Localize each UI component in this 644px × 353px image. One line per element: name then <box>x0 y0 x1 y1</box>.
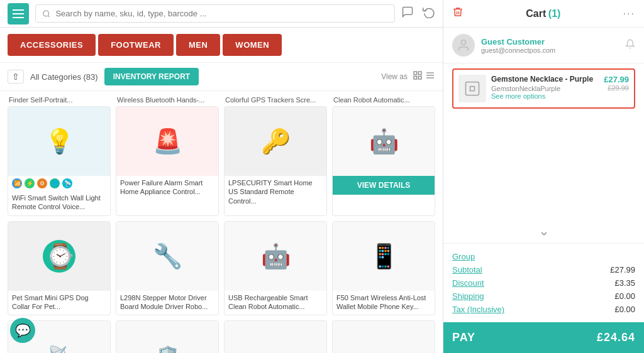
view-as-label: View as <box>381 72 408 81</box>
product-label-3: Colorful GPS Trackers Scre... <box>224 96 327 104</box>
product-name-5: Pet Smart Mini GPS Dog Collar For Pet... <box>8 291 110 315</box>
tab-accessories[interactable]: ACCESSORIES <box>8 34 96 56</box>
product-row-2: ⌚ Pet Smart Mini GPS Dog Collar For Pet.… <box>8 221 435 316</box>
tab-footwear[interactable]: FOOTWEAR <box>98 34 174 56</box>
product-name-3: LPSECURITY Smart Home US Standard Remote… <box>225 176 326 209</box>
subtotal-label[interactable]: Subtotal <box>452 265 482 274</box>
category-tabs: ACCESSORIES FOOTWEAR MEN WOMEN <box>0 28 443 63</box>
list-view-icon[interactable] <box>425 70 435 83</box>
cart-totals: Group Subtotal £27.99 Discount £3.35 Shi… <box>443 243 644 322</box>
search-icon <box>42 9 50 18</box>
cart-items: Gemstone Necklace - Purple GemstonNeckla… <box>443 63 644 226</box>
pay-amount: £24.64 <box>597 331 635 344</box>
cart-title-text: Cart <box>526 8 546 19</box>
product-card-12[interactable] <box>332 320 435 353</box>
svg-rect-2 <box>418 72 421 75</box>
product-card-3[interactable]: 🔑 LPSECURITY Smart Home US Standard Remo… <box>224 106 327 216</box>
scroll-down-arrow[interactable] <box>443 226 644 243</box>
product-label-4: Clean Robot Automatic... <box>332 96 435 104</box>
product-card-1[interactable]: 💡 📶 ⚡ ⚙ 🌐 📡 WiFi Smart Switch Wall Light… <box>8 106 111 216</box>
svg-rect-9 <box>466 82 479 95</box>
cart-item-0[interactable]: Gemstone Necklace - Purple GemstonNeckla… <box>452 68 635 109</box>
customer-name: Guest Customer <box>481 37 619 46</box>
product-card-5[interactable]: ⌚ Pet Smart Mini GPS Dog Collar For Pet.… <box>8 221 111 316</box>
total-row-group: Group <box>452 250 635 263</box>
pay-button[interactable]: PAY £24.64 <box>443 322 644 353</box>
message-icon[interactable] <box>401 6 414 21</box>
cart-trash-icon[interactable] <box>452 6 464 21</box>
left-panel: ACCESSORIES FOOTWEAR MEN WOMEN ⇧ All Cat… <box>0 0 443 353</box>
cart-count: (1) <box>548 8 561 19</box>
svg-rect-3 <box>414 76 417 79</box>
chat-bubble[interactable]: 💬 <box>10 318 35 343</box>
top-bar <box>0 0 443 28</box>
cart-more-icon[interactable]: ··· <box>623 8 635 19</box>
total-row-subtotal: Subtotal £27.99 <box>452 263 635 276</box>
dot-net: 🌐 <box>50 178 60 188</box>
cart-item-info-0: Gemstone Necklace - Purple GemstonNeckla… <box>491 75 599 100</box>
view-icons <box>413 70 435 83</box>
collapse-arrow[interactable]: ⇧ <box>8 70 24 84</box>
product-card-7[interactable]: 🤖 USB Rechargeable Smart Clean Robot Aut… <box>224 221 327 316</box>
tab-women[interactable]: WOMEN <box>223 34 282 56</box>
product-img-3: 🔑 <box>225 107 326 176</box>
svg-point-8 <box>461 40 465 45</box>
sync-icon[interactable] <box>423 6 435 21</box>
product-card-11[interactable] <box>224 320 327 353</box>
product-name-1: WiFi Smart Switch Wall Light Remote Cont… <box>8 191 110 215</box>
cart-header: Cart (1) ··· <box>443 0 644 28</box>
product-label-2: Wireless Bluetooth Hands-... <box>116 96 219 104</box>
view-details-button[interactable]: VIEW DETAILS <box>333 176 435 195</box>
discount-label[interactable]: Discount <box>452 278 484 288</box>
product-card-4[interactable]: 🤖 VIEW DETAILS <box>332 106 435 216</box>
product-card-8[interactable]: 📱 F50 Smart Wireless Anti-Lost Wallet Mo… <box>332 221 435 316</box>
cart-item-price-0: £27.99 <box>604 75 629 84</box>
product-card-2[interactable]: 🚨 Power Failure Alarm Smart Home Applian… <box>116 106 219 216</box>
product-img-8: 📱 <box>333 222 435 291</box>
customer-avatar <box>452 34 475 57</box>
dot-power: ⚡ <box>25 178 35 188</box>
product-card-6[interactable]: 🔧 L298N Stepper Motor Driver Board Modul… <box>116 221 219 316</box>
product-name-8: F50 Smart Wireless Anti-Lost Wallet Mobi… <box>333 291 435 315</box>
product-name-7: USB Rechargeable Smart Clean Robot Autom… <box>225 291 326 315</box>
total-row-shipping: Shipping £0.00 <box>452 290 635 303</box>
search-input[interactable] <box>55 9 388 18</box>
total-row-discount: Discount £3.35 <box>452 276 635 290</box>
shipping-value: £0.00 <box>614 291 635 301</box>
grid-view-icon[interactable] <box>413 70 423 83</box>
bell-icon[interactable] <box>625 39 635 52</box>
cart-panel: Cart (1) ··· Guest Customer guest@connec… <box>443 0 644 353</box>
product-grid: Finder Self-Portrait... Wireless Bluetoo… <box>0 91 443 353</box>
group-label[interactable]: Group <box>452 252 475 261</box>
cart-item-options-0[interactable]: See more options <box>491 92 599 100</box>
subtotal-value: £27.99 <box>610 265 635 274</box>
menu-button[interactable] <box>8 3 29 24</box>
all-categories-label: All Categories (83) <box>30 72 98 82</box>
dot-settings: ⚙ <box>37 178 47 188</box>
search-bar[interactable] <box>35 4 395 23</box>
product-icon-row-1: 📶 ⚡ ⚙ 🌐 📡 <box>8 176 110 191</box>
filter-bar: ⇧ All Categories (83) INVENTORY REPORT V… <box>0 63 443 91</box>
svg-rect-4 <box>418 76 421 79</box>
product-name-2: Power Failure Alarm Smart Home Appliance… <box>116 176 218 200</box>
product-img-7: 🤖 <box>225 222 326 291</box>
product-row-1: 💡 📶 ⚡ ⚙ 🌐 📡 WiFi Smart Switch Wall Light… <box>8 106 435 216</box>
hamburger-icon <box>13 9 24 18</box>
cart-title: Cart (1) <box>526 8 560 19</box>
customer-email: guest@connectpos.com <box>481 46 619 54</box>
shipping-label[interactable]: Shipping <box>452 291 484 301</box>
inventory-report-button[interactable]: INVENTORY REPORT <box>104 68 199 85</box>
dot-wifi: 📶 <box>12 178 22 188</box>
customer-row: Guest Customer guest@connectpos.com <box>443 28 644 63</box>
tab-men[interactable]: MEN <box>176 34 220 56</box>
product-name-6: L298N Stepper Motor Driver Board Module … <box>116 291 218 315</box>
filter-bar-right: View as <box>381 70 435 83</box>
cart-item-sku-0: GemstonNecklaPurple <box>491 85 599 92</box>
product-row-3: 📡 🛡️ <box>8 320 435 353</box>
chat-bubble-icon: 💬 <box>15 323 31 338</box>
product-card-10[interactable]: 🛡️ <box>116 320 219 353</box>
product-img-6: 🔧 <box>116 222 218 291</box>
product-img-2: 🚨 <box>116 107 218 176</box>
cart-item-original-price-0: £29.99 <box>604 84 629 92</box>
tax-label[interactable]: Tax (Inclusive) <box>452 305 504 314</box>
